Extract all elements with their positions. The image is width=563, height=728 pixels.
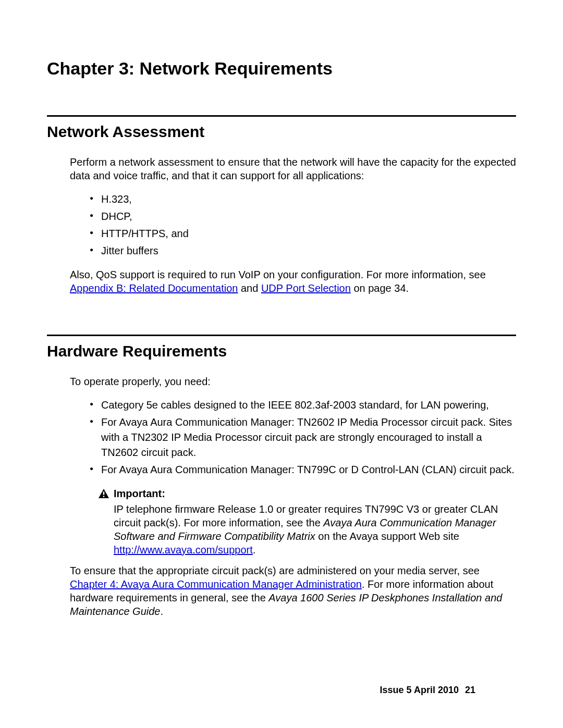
paragraph: Also, QoS support is required to run VoI… — [70, 268, 516, 295]
section-divider — [47, 335, 516, 336]
important-text: IP telephone firmware Release 1.0 or gre… — [114, 502, 516, 543]
svg-rect-2 — [103, 496, 105, 498]
page-footer: Issue 5 April 201021 — [380, 685, 475, 696]
section-heading-network-assessment: Network Assessment — [47, 123, 516, 141]
link-avaya-support[interactable]: http://www.avaya.com/support — [114, 544, 253, 556]
paragraph: Perform a network assessment to ensure t… — [70, 155, 516, 182]
svg-rect-1 — [103, 491, 105, 495]
link-udp-port-selection[interactable]: UDP Port Selection — [261, 282, 351, 294]
list-item: Jitter buffers — [90, 243, 516, 258]
important-note: Important: IP telephone firmware Release… — [114, 487, 516, 557]
text-span: on page 34. — [351, 282, 409, 294]
important-label: Important: — [114, 487, 165, 500]
text-span: . — [253, 544, 256, 556]
paragraph: To operate properly, you need: — [70, 375, 516, 388]
footer-issue: Issue 5 April 2010 — [380, 685, 459, 695]
footer-page-number: 21 — [465, 685, 475, 695]
text-span: Also, QoS support is required to run VoI… — [70, 269, 486, 280]
list-item: For Avaya Aura Communication Manager: TN… — [90, 462, 516, 477]
warning-icon — [98, 488, 109, 499]
list-item: HTTP/HTTPS, and — [90, 226, 516, 241]
list-item: DHCP, — [90, 209, 516, 224]
text-span: and — [238, 282, 261, 294]
list-item: Category 5e cables designed to the IEEE … — [90, 398, 516, 413]
list-item: H.323, — [90, 192, 516, 207]
link-chapter-4[interactable]: Chapter 4: Avaya Aura Communication Mana… — [70, 578, 362, 590]
link-appendix-b[interactable]: Appendix B: Related Documentation — [70, 282, 238, 294]
chapter-title: Chapter 3: Network Requirements — [47, 58, 516, 79]
text-span: . — [160, 606, 163, 617]
bullet-list: H.323, DHCP, HTTP/HTTPS, and Jitter buff… — [90, 192, 516, 258]
list-item: For Avaya Aura Communication Manager: TN… — [90, 415, 516, 460]
text-span: on the Avaya support Web site — [315, 530, 459, 542]
section-heading-hardware-requirements: Hardware Requirements — [47, 342, 516, 360]
text-span: To ensure that the appropriate circuit p… — [70, 565, 480, 576]
bullet-list: Category 5e cables designed to the IEEE … — [90, 398, 516, 477]
paragraph: To ensure that the appropriate circuit p… — [70, 564, 516, 618]
section-divider — [47, 115, 516, 117]
